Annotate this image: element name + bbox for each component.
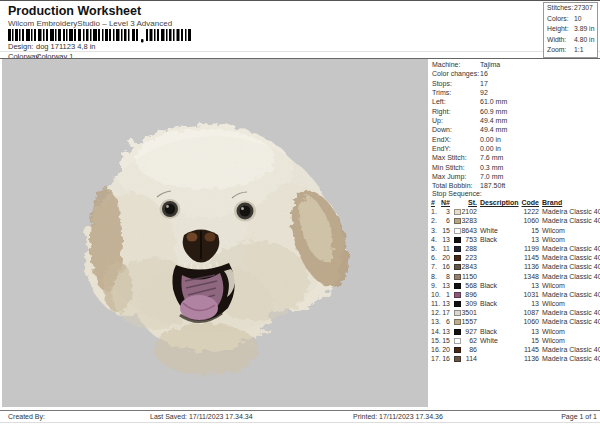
stat-label: Width: (547, 36, 566, 43)
needle-number: 16 (436, 355, 450, 362)
column-header: # (431, 199, 435, 206)
thread-code: 15 (515, 227, 539, 234)
machine-info-value: 61.0 mm (480, 98, 507, 105)
machine-info-row: Stops:17 (430, 80, 598, 89)
stop-sequence-header-row: #N#St.DescriptionCodeBrand (430, 199, 600, 208)
machine-info-value: 0.00 in (480, 136, 501, 143)
stitch-count: 3283 (459, 217, 477, 224)
needle-number: 17 (436, 309, 450, 316)
machine-info-row: Left:61.0 mm (430, 98, 598, 107)
stop-sequence-row: 11.13309Black13Wilcom (430, 300, 600, 309)
stitch-count: 309 (459, 300, 477, 307)
machine-info-label: Max Jump: (432, 173, 466, 180)
color-description: White (480, 227, 498, 234)
needle-number: 20 (436, 346, 450, 353)
color-description: Black (480, 328, 497, 335)
stop-sequence-row: 8.811501348Madeira Classic 40 (430, 273, 600, 282)
thread-brand: Madeira Classic 40 (542, 346, 600, 353)
machine-info-value: 187.50ft (480, 182, 505, 189)
color-description: White (480, 337, 498, 344)
needle-number: 15 (436, 337, 450, 344)
stitch-count: 753 (459, 236, 477, 243)
stop-sequence-row: 13.615571060Madeira Classic 40 (430, 318, 600, 327)
stop-sequence-row: 17.161141136Madeira Classic 40 (430, 355, 600, 364)
stop-sequence-row: 15.1562White15Wilcom (430, 337, 600, 346)
thread-brand: Madeira Classic 40 (542, 355, 600, 362)
machine-info-label: Total Bobbin: (432, 182, 472, 189)
thread-code: 1136 (515, 355, 539, 362)
stat-row: Zoom:1:1 (544, 45, 597, 56)
stat-label: Stitches: (547, 4, 573, 11)
stitch-count: 86 (459, 346, 477, 353)
machine-info-value: 92 (480, 89, 488, 96)
machine-info-label: Color changes: (432, 70, 479, 77)
machine-info-label: Up: (432, 117, 443, 124)
machine-info-value: 0.3 mm (480, 164, 503, 171)
stop-sequence-row: 4.13753Black13Wilcom (430, 236, 600, 245)
stop-sequence-table: #N#St.DescriptionCodeBrand1.321021222Mad… (430, 199, 600, 364)
column-header: Brand (542, 199, 562, 206)
needle-number: 13 (436, 236, 450, 243)
machine-info-value: 0.00 in (480, 145, 501, 152)
stop-sequence-row: 6.202231145Madeira Classic 40 (430, 254, 600, 263)
machine-info-label: Max Stitch: (432, 154, 467, 161)
machine-info-row: Max Stitch:7.6 mm (430, 154, 598, 163)
machine-info-value: Tajima (480, 61, 500, 68)
machine-info-row: Color changes:16 (430, 70, 598, 79)
thread-brand: Wilcom (542, 282, 565, 289)
stitch-count: 8643 (459, 227, 477, 234)
thread-brand: Wilcom (542, 328, 565, 335)
stitch-count: 1150 (459, 273, 477, 280)
stat-value: 10 (574, 15, 582, 22)
thread-brand: Madeira Classic 40 (542, 254, 600, 261)
stat-value: 4.80 in (574, 36, 594, 43)
needle-number: 3 (436, 208, 450, 215)
stat-row: Stitches:27307 (544, 3, 597, 14)
machine-info-row: Max Jump:7.0 mm (430, 173, 598, 182)
machine-info-row: Trims:92 (430, 89, 598, 98)
color-description: Black (480, 282, 497, 289)
machine-info-label: Left: (432, 98, 446, 105)
thread-brand: Madeira Classic 40 (542, 318, 600, 325)
thread-brand: Madeira Classic 40 (542, 217, 600, 224)
machine-info-label: Down: (432, 126, 452, 133)
thread-brand: Madeira Classic 40 (542, 309, 600, 316)
needle-number: 13 (436, 300, 450, 307)
stitch-count: 568 (459, 282, 477, 289)
stop-sequence-row: 5.112881199Madeira Classic 40 (430, 245, 600, 254)
stitch-count: 1557 (459, 318, 477, 325)
machine-info-row: Min Stitch:0.3 mm (430, 164, 598, 173)
thread-brand: Madeira Classic 40 (542, 245, 600, 252)
machine-info-row: EndY:0.00 in (430, 145, 598, 154)
stitch-count: 2843 (459, 263, 477, 270)
thread-brand: Wilcom (542, 300, 565, 307)
color-description: Black (480, 236, 497, 243)
column-header: St. (459, 199, 477, 206)
footer-created-by: Created By: (8, 413, 45, 420)
machine-info-row: Up:49.4 mm (430, 117, 598, 126)
design-stats-panel: Stitches:27307Colors:10Height:3.89 inWid… (543, 2, 598, 58)
stop-sequence-row: 9.13568Black13Wilcom (430, 282, 600, 291)
thread-brand: Wilcom (542, 337, 565, 344)
thread-code: 1087 (515, 309, 539, 316)
stitch-count: 62 (459, 337, 477, 344)
needle-number: 13 (436, 282, 450, 289)
machine-info-label: Right: (432, 108, 450, 115)
stitch-count: 2102 (459, 208, 477, 215)
color-description: Black (480, 300, 497, 307)
stitch-count: 223 (459, 254, 477, 261)
machine-info-label: Stops: (432, 80, 452, 87)
stop-sequence-row: 3.158643White15Wilcom (430, 227, 600, 236)
machine-info-value: 49.4 mm (480, 117, 507, 124)
thread-code: 1031 (515, 291, 539, 298)
stat-row: Colors:10 (544, 14, 597, 25)
machine-info-label: EndX: (432, 136, 451, 143)
stop-sequence-row: 16.20861145Madeira Classic 40 (430, 346, 600, 355)
needle-number: 8 (436, 273, 450, 280)
stop-sequence-row: 7.1628431136Madeira Classic 40 (430, 263, 600, 272)
stat-value: 3.89 in (574, 25, 594, 32)
stop-sequence-row: 12.1735011087Madeira Classic 40 (430, 309, 600, 318)
machine-info-value: 49.4 mm (480, 126, 507, 133)
stitch-count: 896 (459, 291, 477, 298)
thread-code: 15 (515, 337, 539, 344)
